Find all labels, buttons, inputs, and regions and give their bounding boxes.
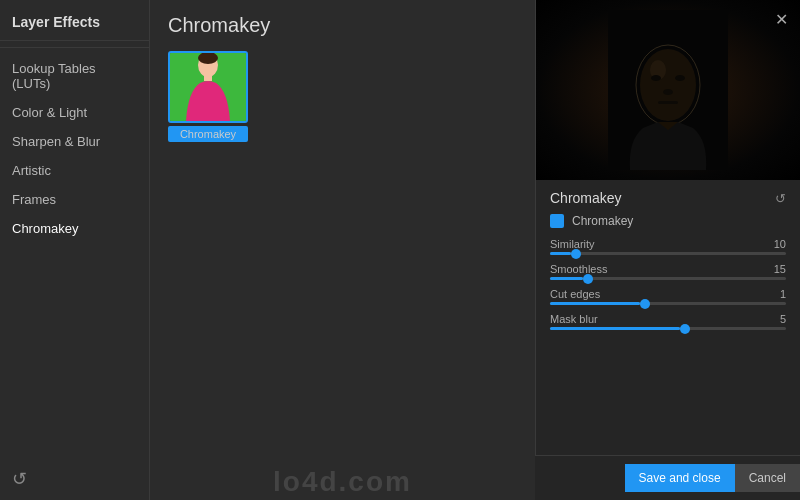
svg-point-7	[651, 75, 661, 81]
effect-item-chromakey[interactable]: Chromakey	[168, 51, 248, 142]
slider-similarity: Similarity 10	[550, 238, 786, 255]
chromakey-checkbox-label: Chromakey	[572, 214, 633, 228]
slider-mask-blur-fill	[550, 327, 680, 330]
slider-cut-edges-fill	[550, 302, 640, 305]
checkbox-row: Chromakey	[550, 214, 786, 228]
svg-point-5	[640, 49, 696, 121]
sidebar-reset-button[interactable]: ↺	[0, 458, 149, 500]
slider-mask-blur-value: 5	[780, 313, 786, 325]
slider-smoothless-name: Smoothless	[550, 263, 607, 275]
slider-cut-edges-thumb[interactable]	[640, 299, 650, 309]
sidebar-item-sharpen-blur[interactable]: Sharpen & Blur	[0, 127, 149, 156]
svg-rect-2	[204, 75, 212, 81]
slider-mask-blur-thumb[interactable]	[680, 324, 690, 334]
main-content: Chromakey	[150, 0, 535, 500]
slider-cut-edges-name: Cut edges	[550, 288, 600, 300]
slider-similarity-value: 10	[774, 238, 786, 250]
slider-cut-edges-value: 1	[780, 288, 786, 300]
save-and-close-button[interactable]: Save and close	[625, 464, 735, 492]
slider-smoothless-track[interactable]	[550, 277, 786, 280]
effects-grid: Chromakey	[168, 51, 517, 142]
slider-cut-edges-header: Cut edges 1	[550, 288, 786, 300]
page-title: Chromakey	[168, 14, 517, 37]
slider-mask-blur-name: Mask blur	[550, 313, 598, 325]
panel-reset-icon[interactable]: ↺	[775, 191, 786, 206]
preview-area	[536, 0, 800, 180]
sidebar-title: Layer Effects	[0, 8, 149, 41]
svg-rect-10	[658, 101, 678, 104]
slider-cut-edges-track[interactable]	[550, 302, 786, 305]
effect-thumbnail-chromakey	[168, 51, 248, 123]
sidebar-item-frames[interactable]: Frames	[0, 185, 149, 214]
slider-cut-edges: Cut edges 1	[550, 288, 786, 305]
bottom-bar: Save and close Cancel	[535, 455, 800, 500]
sidebar-item-luts[interactable]: Lookup Tables (LUTs)	[0, 54, 149, 98]
right-panel: Chromakey ↺ Chromakey Similarity 10	[535, 0, 800, 500]
slider-similarity-fill	[550, 252, 571, 255]
slider-mask-blur-track[interactable]	[550, 327, 786, 330]
panel-controls: Chromakey ↺ Chromakey Similarity 10	[536, 180, 800, 500]
thumbnail-green-screen	[170, 53, 246, 121]
slider-smoothless-fill	[550, 277, 583, 280]
slider-smoothless-thumb[interactable]	[583, 274, 593, 284]
effect-label-chromakey: Chromakey	[168, 126, 248, 142]
slider-similarity-header: Similarity 10	[550, 238, 786, 250]
sidebar: Layer Effects Lookup Tables (LUTs) Color…	[0, 0, 150, 500]
slider-smoothless-value: 15	[774, 263, 786, 275]
cancel-button[interactable]: Cancel	[735, 464, 800, 492]
person-silhouette-icon	[178, 53, 238, 121]
preview-image	[536, 0, 800, 180]
sidebar-item-artistic[interactable]: Artistic	[0, 156, 149, 185]
slider-mask-blur-header: Mask blur 5	[550, 313, 786, 325]
slider-similarity-thumb[interactable]	[571, 249, 581, 259]
slider-similarity-name: Similarity	[550, 238, 595, 250]
panel-section-title: Chromakey ↺	[550, 190, 786, 206]
sidebar-item-chromakey[interactable]: Chromakey	[0, 214, 149, 243]
preview-portrait-icon	[608, 10, 728, 170]
slider-similarity-track[interactable]	[550, 252, 786, 255]
section-title-label: Chromakey	[550, 190, 622, 206]
sidebar-item-color-light[interactable]: Color & Light	[0, 98, 149, 127]
slider-smoothless: Smoothless 15	[550, 263, 786, 280]
slider-mask-blur: Mask blur 5	[550, 313, 786, 330]
close-button[interactable]: ✕	[770, 8, 792, 30]
chromakey-checkbox[interactable]	[550, 214, 564, 228]
svg-point-9	[663, 89, 673, 95]
svg-point-8	[675, 75, 685, 81]
